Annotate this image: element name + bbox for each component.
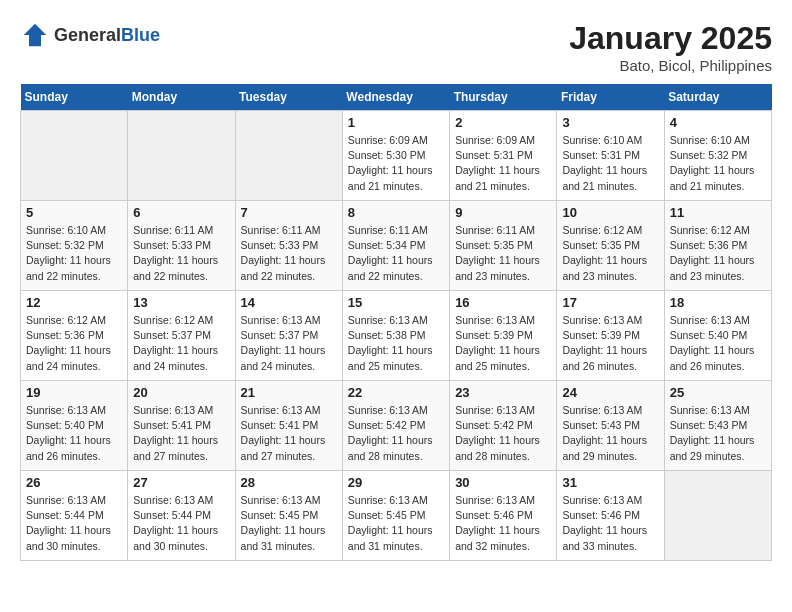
day-info: Sunrise: 6:09 AMSunset: 5:31 PMDaylight:… [455,133,551,194]
day-info: Sunrise: 6:13 AMSunset: 5:46 PMDaylight:… [455,493,551,554]
logo-text-general: General [54,25,121,45]
week-row-3: 12Sunrise: 6:12 AMSunset: 5:36 PMDayligh… [21,291,772,381]
day-info: Sunrise: 6:12 AMSunset: 5:35 PMDaylight:… [562,223,658,284]
week-row-1: 1Sunrise: 6:09 AMSunset: 5:30 PMDaylight… [21,111,772,201]
day-number: 28 [241,475,337,490]
day-info: Sunrise: 6:10 AMSunset: 5:32 PMDaylight:… [26,223,122,284]
day-info: Sunrise: 6:13 AMSunset: 5:38 PMDaylight:… [348,313,444,374]
day-number: 26 [26,475,122,490]
calendar-cell: 10Sunrise: 6:12 AMSunset: 5:35 PMDayligh… [557,201,664,291]
svg-marker-0 [24,24,47,47]
day-info: Sunrise: 6:10 AMSunset: 5:32 PMDaylight:… [670,133,766,194]
calendar-cell [128,111,235,201]
day-info: Sunrise: 6:13 AMSunset: 5:44 PMDaylight:… [133,493,229,554]
calendar-cell: 11Sunrise: 6:12 AMSunset: 5:36 PMDayligh… [664,201,771,291]
day-info: Sunrise: 6:11 AMSunset: 5:34 PMDaylight:… [348,223,444,284]
calendar-cell: 25Sunrise: 6:13 AMSunset: 5:43 PMDayligh… [664,381,771,471]
day-number: 5 [26,205,122,220]
calendar-cell: 29Sunrise: 6:13 AMSunset: 5:45 PMDayligh… [342,471,449,561]
day-number: 18 [670,295,766,310]
page-header: GeneralBlue January 2025 Bato, Bicol, Ph… [20,20,772,74]
calendar-cell: 1Sunrise: 6:09 AMSunset: 5:30 PMDaylight… [342,111,449,201]
day-number: 11 [670,205,766,220]
day-info: Sunrise: 6:11 AMSunset: 5:33 PMDaylight:… [241,223,337,284]
day-number: 13 [133,295,229,310]
calendar-cell: 16Sunrise: 6:13 AMSunset: 5:39 PMDayligh… [450,291,557,381]
calendar-cell [664,471,771,561]
calendar-cell: 22Sunrise: 6:13 AMSunset: 5:42 PMDayligh… [342,381,449,471]
day-number: 2 [455,115,551,130]
day-number: 4 [670,115,766,130]
day-number: 24 [562,385,658,400]
day-number: 31 [562,475,658,490]
day-info: Sunrise: 6:12 AMSunset: 5:36 PMDaylight:… [26,313,122,374]
day-number: 12 [26,295,122,310]
day-info: Sunrise: 6:11 AMSunset: 5:33 PMDaylight:… [133,223,229,284]
calendar-cell: 18Sunrise: 6:13 AMSunset: 5:40 PMDayligh… [664,291,771,381]
day-number: 6 [133,205,229,220]
day-info: Sunrise: 6:13 AMSunset: 5:42 PMDaylight:… [348,403,444,464]
calendar-cell: 7Sunrise: 6:11 AMSunset: 5:33 PMDaylight… [235,201,342,291]
calendar-cell: 31Sunrise: 6:13 AMSunset: 5:46 PMDayligh… [557,471,664,561]
day-number: 30 [455,475,551,490]
day-info: Sunrise: 6:11 AMSunset: 5:35 PMDaylight:… [455,223,551,284]
calendar-header-row: SundayMondayTuesdayWednesdayThursdayFrid… [21,84,772,111]
day-number: 15 [348,295,444,310]
day-number: 29 [348,475,444,490]
day-info: Sunrise: 6:09 AMSunset: 5:30 PMDaylight:… [348,133,444,194]
title-block: January 2025 Bato, Bicol, Philippines [569,20,772,74]
calendar-cell: 4Sunrise: 6:10 AMSunset: 5:32 PMDaylight… [664,111,771,201]
calendar-cell: 30Sunrise: 6:13 AMSunset: 5:46 PMDayligh… [450,471,557,561]
day-number: 21 [241,385,337,400]
day-info: Sunrise: 6:13 AMSunset: 5:42 PMDaylight:… [455,403,551,464]
day-number: 20 [133,385,229,400]
day-info: Sunrise: 6:13 AMSunset: 5:39 PMDaylight:… [455,313,551,374]
day-number: 22 [348,385,444,400]
header-monday: Monday [128,84,235,111]
day-number: 19 [26,385,122,400]
week-row-4: 19Sunrise: 6:13 AMSunset: 5:40 PMDayligh… [21,381,772,471]
logo-icon [20,20,50,50]
calendar-cell: 23Sunrise: 6:13 AMSunset: 5:42 PMDayligh… [450,381,557,471]
header-saturday: Saturday [664,84,771,111]
calendar-cell: 20Sunrise: 6:13 AMSunset: 5:41 PMDayligh… [128,381,235,471]
logo-text-blue: Blue [121,25,160,45]
day-info: Sunrise: 6:12 AMSunset: 5:36 PMDaylight:… [670,223,766,284]
header-thursday: Thursday [450,84,557,111]
day-number: 25 [670,385,766,400]
day-info: Sunrise: 6:13 AMSunset: 5:40 PMDaylight:… [670,313,766,374]
week-row-5: 26Sunrise: 6:13 AMSunset: 5:44 PMDayligh… [21,471,772,561]
day-info: Sunrise: 6:13 AMSunset: 5:40 PMDaylight:… [26,403,122,464]
calendar-cell: 14Sunrise: 6:13 AMSunset: 5:37 PMDayligh… [235,291,342,381]
day-number: 10 [562,205,658,220]
calendar-cell: 13Sunrise: 6:12 AMSunset: 5:37 PMDayligh… [128,291,235,381]
day-info: Sunrise: 6:13 AMSunset: 5:41 PMDaylight:… [241,403,337,464]
calendar-cell: 8Sunrise: 6:11 AMSunset: 5:34 PMDaylight… [342,201,449,291]
day-info: Sunrise: 6:13 AMSunset: 5:37 PMDaylight:… [241,313,337,374]
day-info: Sunrise: 6:13 AMSunset: 5:43 PMDaylight:… [562,403,658,464]
calendar-cell: 5Sunrise: 6:10 AMSunset: 5:32 PMDaylight… [21,201,128,291]
calendar-cell [21,111,128,201]
calendar-cell: 28Sunrise: 6:13 AMSunset: 5:45 PMDayligh… [235,471,342,561]
day-number: 9 [455,205,551,220]
calendar-cell [235,111,342,201]
day-info: Sunrise: 6:13 AMSunset: 5:41 PMDaylight:… [133,403,229,464]
day-number: 8 [348,205,444,220]
day-number: 3 [562,115,658,130]
day-info: Sunrise: 6:13 AMSunset: 5:45 PMDaylight:… [348,493,444,554]
calendar-cell: 24Sunrise: 6:13 AMSunset: 5:43 PMDayligh… [557,381,664,471]
day-info: Sunrise: 6:13 AMSunset: 5:46 PMDaylight:… [562,493,658,554]
calendar-table: SundayMondayTuesdayWednesdayThursdayFrid… [20,84,772,561]
calendar-cell: 15Sunrise: 6:13 AMSunset: 5:38 PMDayligh… [342,291,449,381]
day-number: 14 [241,295,337,310]
header-wednesday: Wednesday [342,84,449,111]
header-sunday: Sunday [21,84,128,111]
day-info: Sunrise: 6:12 AMSunset: 5:37 PMDaylight:… [133,313,229,374]
header-tuesday: Tuesday [235,84,342,111]
day-number: 1 [348,115,444,130]
page-title: January 2025 [569,20,772,57]
day-info: Sunrise: 6:13 AMSunset: 5:45 PMDaylight:… [241,493,337,554]
page-subtitle: Bato, Bicol, Philippines [569,57,772,74]
day-number: 23 [455,385,551,400]
calendar-cell: 2Sunrise: 6:09 AMSunset: 5:31 PMDaylight… [450,111,557,201]
